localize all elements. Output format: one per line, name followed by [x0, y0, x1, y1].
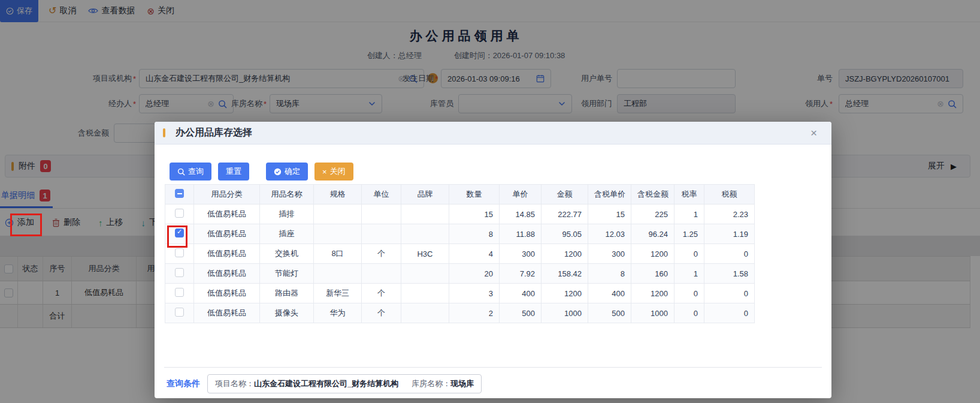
query-condition-label: 查询条件 [167, 378, 200, 389]
inventory-row[interactable]: 低值易耗品插座811.8895.0512.0396.241.251.19 [165, 224, 755, 244]
cell: 低值易耗品 [194, 303, 260, 323]
column-header-10: 税率 [674, 185, 704, 204]
cell: 2.23 [704, 204, 755, 224]
column-header-11: 税额 [704, 185, 755, 204]
cell: 个 [362, 244, 401, 264]
row-select-cell [165, 224, 194, 244]
cell: 300 [500, 244, 542, 264]
warehouse-condition: 库房名称：现场库 [412, 378, 474, 389]
dialog-toolbar: 查询 重置 确定 × 关闭 [170, 163, 353, 181]
inventory-table: 用品分类用品名称规格单位品牌数量单价金额含税单价含税金额税率税额 低值易耗品插排… [165, 184, 755, 323]
cell [314, 204, 362, 224]
column-header-6: 单价 [500, 185, 542, 204]
row-select-cell [165, 264, 194, 284]
cell: 160 [631, 264, 674, 284]
dialog-close-icon[interactable]: × [810, 127, 817, 139]
cell: 0 [704, 284, 755, 303]
row-checkbox[interactable] [175, 308, 184, 317]
cell: 路由器 [260, 284, 314, 303]
inventory-row[interactable]: 低值易耗品路由器新华三个34001200400120000 [165, 284, 755, 303]
cell: 低值易耗品 [194, 224, 260, 244]
check-circle-icon [274, 168, 282, 176]
query-label: 查询 [188, 166, 204, 177]
cell: 11.88 [500, 224, 542, 244]
cell: 节能灯 [260, 264, 314, 284]
query-condition-box: 项目名称：山东金石建设工程有限公司_财务结算机构 库房名称：现场库 [207, 374, 482, 393]
confirm-button[interactable]: 确定 [266, 163, 308, 181]
cell: 1200 [542, 244, 588, 264]
cell [401, 224, 449, 244]
inventory-row[interactable]: 低值易耗品节能灯207.92158.42816011.58 [165, 264, 755, 284]
cell [314, 264, 362, 284]
cell: 低值易耗品 [194, 264, 260, 284]
row-checkbox[interactable] [175, 268, 184, 277]
cell: 1200 [631, 284, 674, 303]
cell: 1.19 [704, 224, 755, 244]
cell: 低值易耗品 [194, 204, 260, 224]
inventory-table-body: 低值易耗品插排1514.85222.771522512.23低值易耗品插座811… [165, 204, 755, 323]
office-supplies-requisition-screen: 保存 ↺ 取消 查看数据 ⊗ 关闭 办公用品领用单 创建人：总经理 创建时间：2… [0, 0, 980, 403]
dialog-close-button[interactable]: × 关闭 [314, 163, 353, 181]
cell [362, 264, 401, 284]
column-header-1: 用品名称 [260, 185, 314, 204]
dialog-header: 办公用品库存选择 [155, 122, 831, 145]
row-checkbox[interactable] [175, 288, 184, 297]
cell: 400 [500, 284, 542, 303]
query-button[interactable]: 查询 [170, 163, 211, 181]
confirm-label: 确定 [285, 166, 300, 177]
cell [362, 204, 401, 224]
search-icon [177, 168, 185, 176]
cell: 1.25 [674, 224, 704, 244]
cell: 15 [588, 204, 631, 224]
cell: 1000 [631, 303, 674, 323]
cell: 新华三 [314, 284, 362, 303]
row-select-cell [165, 204, 194, 224]
reset-button[interactable]: 重置 [218, 163, 249, 181]
cell [401, 204, 449, 224]
cell [401, 264, 449, 284]
cell: 222.77 [542, 204, 588, 224]
inventory-select-dialog: 办公用品库存选择 × 查询 重置 确定 × 关闭 [155, 122, 831, 398]
cell: 0 [704, 244, 755, 264]
row-checkbox[interactable] [175, 209, 184, 218]
cell: H3C [401, 244, 449, 264]
cell: 个 [362, 284, 401, 303]
column-header-7: 金额 [542, 185, 588, 204]
cell: 15 [449, 204, 500, 224]
cell [314, 224, 362, 244]
cell: 交换机 [260, 244, 314, 264]
x-icon: × [322, 167, 327, 176]
cell: 95.05 [542, 224, 588, 244]
cell: 华为 [314, 303, 362, 323]
select-all-checkbox[interactable] [175, 189, 184, 198]
cell [401, 284, 449, 303]
cell: 8口 [314, 244, 362, 264]
cell: 0 [674, 244, 704, 264]
cell: 0 [674, 284, 704, 303]
cell: 0 [674, 303, 704, 323]
cell: 300 [588, 244, 631, 264]
cell: 低值易耗品 [194, 284, 260, 303]
column-header-2: 规格 [314, 185, 362, 204]
cell: 20 [449, 264, 500, 284]
inventory-row[interactable]: 低值易耗品摄像头华为个25001000500100000 [165, 303, 755, 323]
cell: 8 [588, 264, 631, 284]
column-header-8: 含税单价 [588, 185, 631, 204]
cell: 1 [674, 264, 704, 284]
cell: 插排 [260, 204, 314, 224]
cell: 7.92 [500, 264, 542, 284]
column-header-9: 含税金额 [631, 185, 674, 204]
cell [401, 303, 449, 323]
cell: 1200 [542, 284, 588, 303]
cell: 低值易耗品 [194, 244, 260, 264]
row-select-cell [165, 284, 194, 303]
inventory-header-row: 用品分类用品名称规格单位品牌数量单价金额含税单价含税金额税率税额 [165, 185, 755, 204]
inventory-row[interactable]: 低值易耗品交换机8口个H3C43001200300120000 [165, 244, 755, 264]
column-header-4: 品牌 [401, 185, 449, 204]
project-condition: 项目名称：山东金石建设工程有限公司_财务结算机构 [215, 378, 398, 389]
cell: 8 [449, 224, 500, 244]
inventory-row[interactable]: 低值易耗品插排1514.85222.771522512.23 [165, 204, 755, 224]
row-checkbox[interactable] [175, 228, 184, 237]
query-condition-footer: 查询条件 项目名称：山东金石建设工程有限公司_财务结算机构 库房名称：现场库 [167, 374, 482, 393]
row-checkbox[interactable] [175, 248, 184, 257]
